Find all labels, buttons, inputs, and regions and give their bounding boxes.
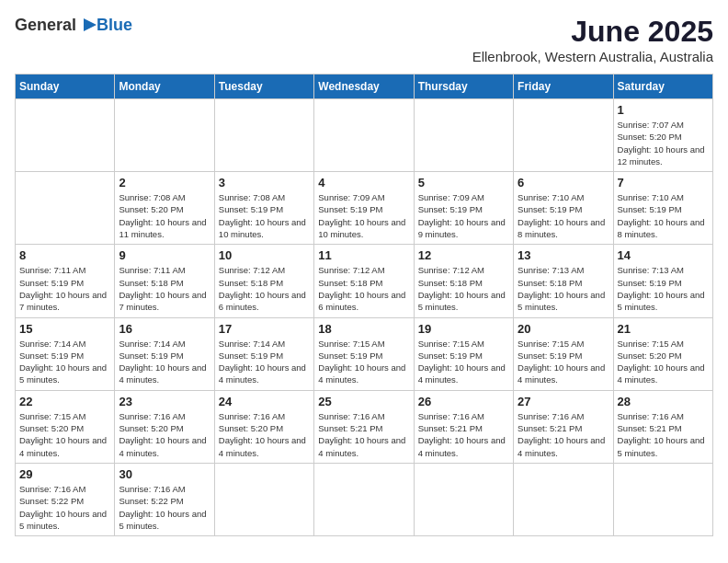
empty-cell [16, 172, 115, 245]
day-cell-19: 19 Sunrise: 7:15 AMSunset: 5:19 PMDaylig… [414, 317, 513, 390]
empty-cell [214, 463, 313, 535]
day-number: 21 [618, 322, 709, 336]
header: General Blue June 2025 Ellenbrook, Weste… [15, 15, 713, 64]
day-number: 2 [119, 176, 210, 190]
weekday-header-friday: Friday [514, 75, 613, 99]
day-info: Sunrise: 7:16 AMSunset: 5:22 PMDaylight:… [19, 483, 110, 532]
day-info: Sunrise: 7:11 AMSunset: 5:18 PMDaylight:… [119, 264, 210, 313]
empty-cell [314, 99, 414, 172]
day-number: 27 [518, 395, 609, 408]
day-number: 7 [618, 176, 709, 190]
weekday-header-tuesday: Tuesday [214, 75, 313, 99]
logo-general-text: General [15, 16, 76, 35]
day-info: Sunrise: 7:08 AMSunset: 5:20 PMDaylight:… [119, 191, 210, 240]
month-title: June 2025 [472, 15, 713, 49]
day-info: Sunrise: 7:15 AMSunset: 5:20 PMDaylight:… [618, 338, 709, 386]
weekday-header-row: SundayMondayTuesdayWednesdayThursdayFrid… [16, 75, 713, 99]
day-number: 29 [19, 467, 110, 481]
day-number: 10 [219, 248, 310, 262]
day-cell-20: 20 Sunrise: 7:15 AMSunset: 5:19 PMDaylig… [514, 317, 613, 390]
day-cell-26: 26 Sunrise: 7:16 AMSunset: 5:21 PMDaylig… [414, 390, 513, 463]
week-row-3: 8 Sunrise: 7:11 AMSunset: 5:19 PMDayligh… [16, 245, 713, 317]
empty-cell [514, 463, 613, 535]
logo-icon [78, 15, 98, 35]
day-info: Sunrise: 7:11 AMSunset: 5:19 PMDaylight:… [19, 264, 110, 313]
day-info: Sunrise: 7:16 AMSunset: 5:20 PMDaylight:… [119, 410, 210, 459]
day-info: Sunrise: 7:16 AMSunset: 5:21 PMDaylight:… [418, 410, 509, 459]
day-cell-4: 4 Sunrise: 7:09 AMSunset: 5:19 PMDayligh… [314, 172, 414, 245]
day-cell-17: 17 Sunrise: 7:14 AMSunset: 5:19 PMDaylig… [214, 317, 313, 390]
day-cell-10: 10 Sunrise: 7:12 AMSunset: 5:18 PMDaylig… [214, 245, 313, 317]
empty-cell [613, 463, 712, 535]
day-number: 18 [318, 322, 409, 336]
day-cell-24: 24 Sunrise: 7:16 AMSunset: 5:20 PMDaylig… [214, 390, 313, 463]
day-info: Sunrise: 7:15 AMSunset: 5:19 PMDaylight:… [318, 338, 409, 386]
day-number: 25 [318, 395, 409, 408]
day-info: Sunrise: 7:14 AMSunset: 5:19 PMDaylight:… [19, 338, 110, 386]
day-info: Sunrise: 7:12 AMSunset: 5:18 PMDaylight:… [418, 264, 509, 313]
day-info: Sunrise: 7:16 AMSunset: 5:22 PMDaylight:… [119, 483, 210, 532]
day-info: Sunrise: 7:16 AMSunset: 5:21 PMDaylight:… [618, 410, 709, 459]
day-number: 26 [418, 395, 509, 408]
day-info: Sunrise: 7:13 AMSunset: 5:18 PMDaylight:… [518, 264, 609, 313]
day-info: Sunrise: 7:08 AMSunset: 5:19 PMDaylight:… [219, 191, 310, 240]
day-cell-6: 6 Sunrise: 7:10 AMSunset: 5:19 PMDayligh… [514, 172, 613, 245]
day-info: Sunrise: 7:10 AMSunset: 5:19 PMDaylight:… [518, 191, 609, 240]
day-cell-25: 25 Sunrise: 7:16 AMSunset: 5:21 PMDaylig… [314, 390, 414, 463]
day-number: 12 [418, 248, 509, 262]
day-cell-18: 18 Sunrise: 7:15 AMSunset: 5:19 PMDaylig… [314, 317, 414, 390]
day-info: Sunrise: 7:16 AMSunset: 5:21 PMDaylight:… [318, 410, 409, 459]
day-number: 8 [19, 248, 110, 262]
day-number: 24 [219, 395, 310, 408]
week-row-1: 1 Sunrise: 7:07 AMSunset: 5:20 PMDayligh… [16, 99, 713, 172]
day-number: 14 [618, 248, 709, 262]
weekday-header-thursday: Thursday [414, 75, 513, 99]
day-cell-12: 12 Sunrise: 7:12 AMSunset: 5:18 PMDaylig… [414, 245, 513, 317]
day-number: 13 [518, 248, 609, 262]
day-cell-16: 16 Sunrise: 7:14 AMSunset: 5:19 PMDaylig… [115, 317, 214, 390]
day-cell-15: 15 Sunrise: 7:14 AMSunset: 5:19 PMDaylig… [16, 317, 115, 390]
day-info: Sunrise: 7:16 AMSunset: 5:21 PMDaylight:… [518, 410, 609, 459]
day-cell-5: 5 Sunrise: 7:09 AMSunset: 5:19 PMDayligh… [414, 172, 513, 245]
week-row-2: 2 Sunrise: 7:08 AMSunset: 5:20 PMDayligh… [16, 172, 713, 245]
day-number: 16 [119, 322, 210, 336]
week-row-5: 22 Sunrise: 7:15 AMSunset: 5:20 PMDaylig… [16, 390, 713, 463]
day-cell-8: 8 Sunrise: 7:11 AMSunset: 5:19 PMDayligh… [16, 245, 115, 317]
day-cell-21: 21 Sunrise: 7:15 AMSunset: 5:20 PMDaylig… [613, 317, 712, 390]
day-cell-27: 27 Sunrise: 7:16 AMSunset: 5:21 PMDaylig… [514, 390, 613, 463]
day-cell-28: 28 Sunrise: 7:16 AMSunset: 5:21 PMDaylig… [613, 390, 712, 463]
day-cell-7: 7 Sunrise: 7:10 AMSunset: 5:19 PMDayligh… [613, 172, 712, 245]
day-info: Sunrise: 7:15 AMSunset: 5:19 PMDaylight:… [518, 338, 609, 386]
day-number: 1 [618, 103, 709, 117]
empty-cell [214, 99, 313, 172]
empty-cell [414, 463, 513, 535]
empty-cell [414, 99, 513, 172]
day-cell-13: 13 Sunrise: 7:13 AMSunset: 5:18 PMDaylig… [514, 245, 613, 317]
day-cell-3: 3 Sunrise: 7:08 AMSunset: 5:19 PMDayligh… [214, 172, 313, 245]
day-number: 6 [518, 176, 609, 190]
weekday-header-monday: Monday [115, 75, 214, 99]
day-cell-1: 1 Sunrise: 7:07 AMSunset: 5:20 PMDayligh… [613, 99, 712, 172]
day-info: Sunrise: 7:09 AMSunset: 5:19 PMDaylight:… [418, 191, 509, 240]
empty-cell [314, 463, 414, 535]
day-number: 17 [219, 322, 310, 336]
weekday-header-saturday: Saturday [613, 75, 712, 99]
logo: General Blue [15, 15, 132, 35]
day-number: 22 [19, 395, 110, 408]
day-info: Sunrise: 7:12 AMSunset: 5:18 PMDaylight:… [219, 264, 310, 313]
day-cell-29: 29 Sunrise: 7:16 AMSunset: 5:22 PMDaylig… [16, 463, 115, 535]
title-area: June 2025 Ellenbrook, Western Australia,… [472, 15, 713, 64]
day-cell-23: 23 Sunrise: 7:16 AMSunset: 5:20 PMDaylig… [115, 390, 214, 463]
day-info: Sunrise: 7:14 AMSunset: 5:19 PMDaylight:… [219, 338, 310, 386]
day-cell-30: 30 Sunrise: 7:16 AMSunset: 5:22 PMDaylig… [115, 463, 214, 535]
svg-marker-0 [84, 18, 97, 31]
day-number: 3 [219, 176, 310, 190]
day-number: 4 [318, 176, 409, 190]
day-info: Sunrise: 7:14 AMSunset: 5:19 PMDaylight:… [119, 338, 210, 386]
location-title: Ellenbrook, Western Australia, Australia [472, 49, 713, 64]
day-number: 9 [119, 248, 210, 262]
calendar-table: SundayMondayTuesdayWednesdayThursdayFrid… [15, 74, 713, 536]
day-cell-2: 2 Sunrise: 7:08 AMSunset: 5:20 PMDayligh… [115, 172, 214, 245]
weekday-header-wednesday: Wednesday [314, 75, 414, 99]
week-row-6: 29 Sunrise: 7:16 AMSunset: 5:22 PMDaylig… [16, 463, 713, 535]
